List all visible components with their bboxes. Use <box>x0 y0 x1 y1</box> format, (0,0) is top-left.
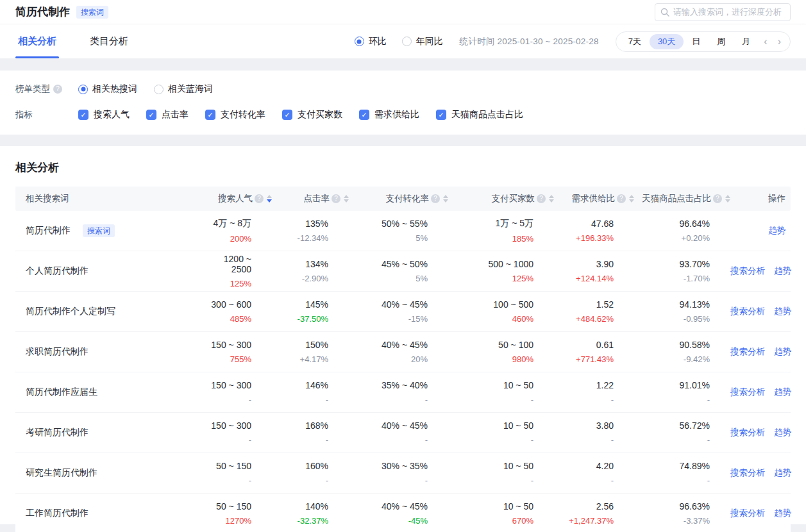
rank-type-option[interactable]: 相关蓝海词 <box>154 83 213 95</box>
trend-link[interactable]: 趋势 <box>774 346 791 358</box>
help-icon[interactable]: ? <box>537 194 546 203</box>
sort-asc-icon <box>549 195 554 198</box>
metric-value: 50% ~ 55% <box>349 219 428 229</box>
column-header-6[interactable]: 天猫商品点击占比? <box>634 193 730 204</box>
period-option[interactable]: 周 <box>709 34 734 49</box>
metric-checkbox[interactable]: ✓天猫商品点击占比 <box>436 109 523 121</box>
column-header-1[interactable]: 搜索人气? <box>201 193 272 204</box>
sort-icon[interactable] <box>443 195 448 203</box>
metric-cell: 96.63%-3.37% <box>634 501 730 526</box>
metric-value: 4万 ~ 8万 <box>201 218 251 229</box>
trend-link[interactable]: 趋势 <box>774 467 791 479</box>
chevron-right-icon[interactable]: › <box>773 37 786 47</box>
metric-checkbox[interactable]: ✓支付转化率 <box>205 109 265 121</box>
metric-value: 145% <box>272 299 328 310</box>
search-analysis-link[interactable]: 搜索分析 <box>730 467 765 479</box>
metric-change: 5% <box>349 274 428 283</box>
column-header-4[interactable]: 支付买家数? <box>448 193 554 204</box>
sort-icon[interactable] <box>725 195 730 203</box>
metric-value: 3.90 <box>554 259 614 269</box>
checkbox-label: 支付转化率 <box>221 109 265 121</box>
metric-value: 1200 ~ 2500 <box>201 254 251 274</box>
compare-option[interactable]: 年同比 <box>402 36 443 47</box>
metric-value: 50 ~ 100 <box>448 340 533 350</box>
metric-value: 1万 ~ 5万 <box>448 218 533 229</box>
metric-checkbox[interactable]: ✓搜索人气 <box>78 109 130 121</box>
column-header-label: 支付买家数 <box>492 193 535 204</box>
trend-link[interactable]: 趋势 <box>774 306 791 317</box>
metric-change: 1270% <box>201 516 251 526</box>
help-icon[interactable]: ? <box>713 194 722 203</box>
help-icon[interactable]: ? <box>255 194 264 203</box>
search-analysis-link[interactable]: 搜索分析 <box>730 508 765 519</box>
tab-related-analysis[interactable]: 相关分析 <box>15 24 59 58</box>
metric-value: 0.61 <box>554 340 614 350</box>
period-option[interactable]: 日 <box>684 34 709 49</box>
help-icon[interactable]: ? <box>431 194 440 203</box>
metric-cell: 146%- <box>272 380 349 404</box>
metric-value: 96.64% <box>634 219 710 229</box>
trend-link[interactable]: 趋势 <box>774 265 791 277</box>
trend-link[interactable]: 趋势 <box>774 427 791 438</box>
search-analysis-link[interactable]: 搜索分析 <box>730 346 765 358</box>
chevron-left-icon[interactable]: ‹ <box>759 37 772 47</box>
column-header-3[interactable]: 支付转化率? <box>349 193 448 204</box>
related-analysis-panel: 相关分析 相关搜索词搜索人气?点击率?支付转化率?支付买家数?需求供给比?天猫商… <box>0 146 806 524</box>
column-header-label: 支付转化率 <box>386 193 430 204</box>
search-analysis-link[interactable]: 搜索分析 <box>730 387 765 398</box>
help-icon[interactable]: ? <box>53 85 62 94</box>
table-row: 个人简历代制作 1200 ~ 2500125%134%-2.90%45% ~ 5… <box>15 251 791 292</box>
search-input[interactable] <box>673 7 785 17</box>
sort-asc-icon <box>267 195 272 198</box>
metric-value: 40% ~ 45% <box>349 420 428 431</box>
table-header: 相关搜索词搜索人气?点击率?支付转化率?支付买家数?需求供给比?天猫商品点击占比… <box>15 187 791 211</box>
column-header-label: 操作 <box>768 193 785 204</box>
period-option[interactable]: 30天 <box>650 34 684 49</box>
metric-cell: 45% ~ 50%5% <box>349 259 448 283</box>
metric-cell: 135%-12.34% <box>272 219 349 243</box>
metric-value: 10 ~ 50 <box>448 380 533 390</box>
compare-option[interactable]: 环比 <box>355 36 387 47</box>
search-box[interactable] <box>655 3 791 21</box>
metric-checkbox[interactable]: ✓支付买家数 <box>282 109 342 121</box>
trend-link[interactable]: 趋势 <box>774 387 791 398</box>
sort-desc-icon <box>443 199 448 203</box>
help-icon[interactable]: ? <box>617 194 626 203</box>
search-analysis-link[interactable]: 搜索分析 <box>730 306 765 317</box>
metric-checkbox[interactable]: ✓需求供给比 <box>359 109 419 121</box>
metric-change: - <box>554 435 614 445</box>
metric-value: 140% <box>272 501 328 511</box>
metric-change: 125% <box>448 274 533 283</box>
metric-cell: 96.64%+0.20% <box>634 219 730 243</box>
period-option[interactable]: 7天 <box>620 34 650 49</box>
sort-icon[interactable] <box>344 195 349 203</box>
sort-icon[interactable] <box>629 195 634 203</box>
metric-value: 500 ~ 1000 <box>448 259 533 269</box>
trend-link[interactable]: 趋势 <box>768 225 785 237</box>
help-icon[interactable]: ? <box>332 194 340 203</box>
radio-label: 相关热搜词 <box>92 83 137 95</box>
column-header-5[interactable]: 需求供给比? <box>554 193 634 204</box>
sort-icon[interactable] <box>549 195 554 203</box>
tabs: 相关分析类目分析 <box>15 24 159 58</box>
rank-type-option[interactable]: 相关热搜词 <box>78 83 137 95</box>
metric-change: 5% <box>349 233 428 243</box>
tab-category-analysis[interactable]: 类目分析 <box>87 24 131 58</box>
metric-cell: 4万 ~ 8万200% <box>201 218 272 244</box>
period-option[interactable]: 月 <box>734 34 759 49</box>
metric-change: - <box>554 395 614 404</box>
trend-link[interactable]: 趋势 <box>774 508 791 519</box>
keyword-text: 个人简历代制作 <box>26 265 88 277</box>
search-analysis-link[interactable]: 搜索分析 <box>730 427 765 438</box>
column-header-2[interactable]: 点击率? <box>272 193 349 204</box>
sort-desc-icon <box>629 199 634 203</box>
metric-value: 91.01% <box>634 380 710 390</box>
metric-checkbox[interactable]: ✓点击率 <box>146 109 189 121</box>
search-analysis-link[interactable]: 搜索分析 <box>730 265 765 277</box>
metric-cell: 50% ~ 55%5% <box>349 219 448 243</box>
column-header-label: 天猫商品点击占比 <box>642 193 711 204</box>
metric-change: -2.90% <box>272 274 328 283</box>
metric-value: 40% ~ 45% <box>349 501 428 511</box>
sort-icon[interactable] <box>267 195 272 203</box>
metric-change: 755% <box>201 354 251 364</box>
